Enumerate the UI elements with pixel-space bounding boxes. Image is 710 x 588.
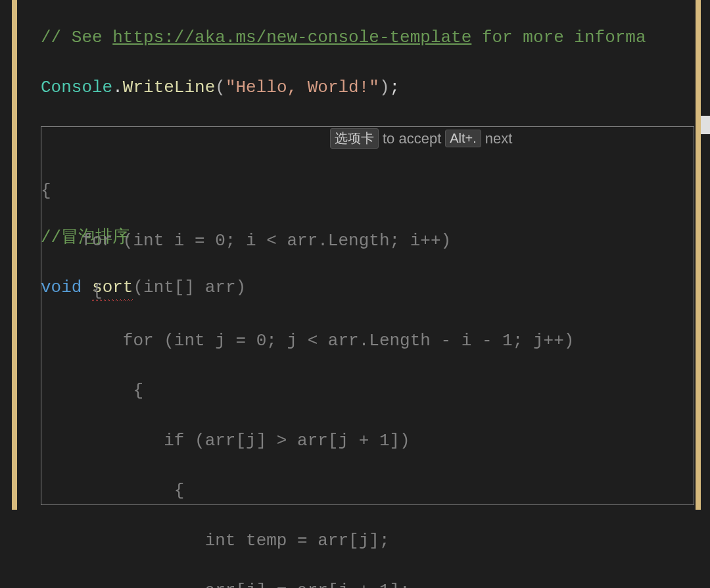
- change-indicator-right: [696, 0, 701, 510]
- code-editor[interactable]: // See https://aka.ms/new-console-templa…: [0, 0, 710, 588]
- ghost-line: int temp = arr[j];: [41, 528, 574, 553]
- ghost-line: {: [41, 378, 574, 403]
- tab-key-badge: 选项卡: [330, 128, 379, 149]
- comment-text: // See: [41, 28, 112, 47]
- paren-token: (: [215, 78, 225, 97]
- code-line-2[interactable]: Console.WriteLine("Hello, World!");: [41, 75, 646, 100]
- ghost-line: if (arr[j] > arr[j + 1]): [41, 428, 574, 453]
- change-indicator-left: [12, 0, 17, 510]
- suggestion-hint: 选项卡 to accept Alt+. next: [327, 127, 515, 150]
- hint-next-text: next: [485, 130, 513, 147]
- ghost-line: for (int i = 0; i < arr.Length; i++): [41, 228, 574, 253]
- paren-token: ): [379, 78, 390, 97]
- comment-link[interactable]: https://aka.ms/new-console-template: [112, 28, 471, 47]
- comment-text: for more informa: [471, 28, 646, 47]
- dot-token: .: [112, 78, 123, 97]
- inline-suggestion-code[interactable]: { for (int i = 0; i < arr.Length; i++) {…: [41, 128, 574, 588]
- class-token: Console: [41, 78, 112, 97]
- scroll-marker: [701, 116, 710, 134]
- hint-accept-text: to accept: [383, 130, 441, 147]
- ghost-line: for (int j = 0; j < arr.Length - i - 1; …: [41, 328, 574, 353]
- alt-dot-key-badge: Alt+.: [445, 130, 481, 147]
- string-token: "Hello, World!": [225, 78, 379, 97]
- ghost-line: {: [41, 278, 574, 303]
- code-line-1[interactable]: // See https://aka.ms/new-console-templa…: [41, 25, 646, 50]
- ghost-line: {: [41, 178, 574, 203]
- semi-token: ;: [390, 78, 400, 97]
- method-token: WriteLine: [123, 78, 215, 97]
- ghost-line: {: [41, 478, 574, 503]
- ghost-line: arr[j] = arr[j + 1];: [41, 578, 574, 588]
